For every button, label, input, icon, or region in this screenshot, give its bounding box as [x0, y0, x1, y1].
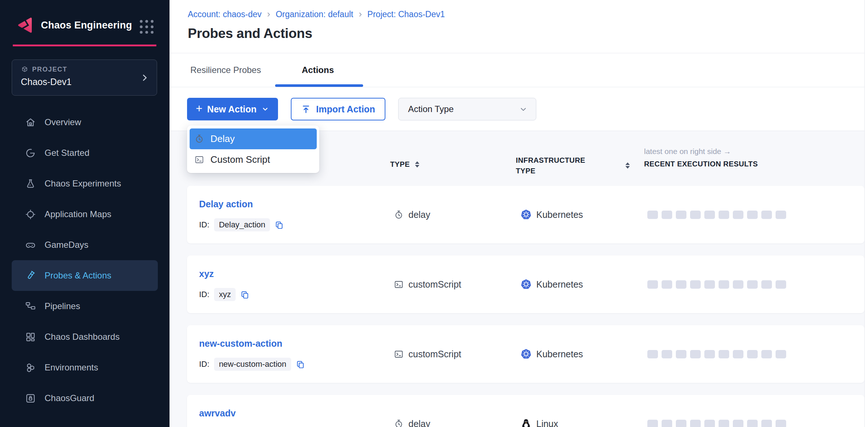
main-content: Account: chaos-dev›Organization: default… [170, 0, 868, 427]
new-action-button[interactable]: + New Action [187, 98, 278, 120]
execution-result-placeholder [733, 211, 743, 219]
menu-item-custom-script[interactable]: Custom Script [190, 149, 317, 170]
scrollbar-track[interactable] [864, 0, 868, 427]
page-title: Probes and Actions [188, 26, 312, 41]
menu-item-label: Delay [210, 133, 235, 145]
chevron-down-icon [519, 105, 528, 114]
execution-result-placeholder [690, 280, 701, 289]
execution-result-placeholder [719, 211, 729, 219]
sidebar-nav: OverviewGet StartedChaos ExperimentsAppl… [0, 107, 170, 413]
sidebar-item-label: Environments [45, 362, 98, 373]
execution-result-placeholder [676, 280, 686, 289]
project-cube-icon [21, 66, 28, 73]
table-row: xyzID:xyzcustomScriptKubernetes [187, 255, 864, 313]
column-header-recent-execution-results: latest one on right side → RECENT EXECUT… [644, 147, 758, 168]
sidebar-item-label: Chaos Dashboards [45, 332, 119, 342]
sidebar-item-environments[interactable]: Environments [12, 352, 158, 383]
execution-result-placeholder [690, 211, 701, 219]
execution-result-placeholder [704, 280, 715, 289]
action-name-cell: new-custom-actionID:new-custom-action [199, 325, 305, 383]
execution-result-placeholder [733, 420, 743, 427]
action-type-value: delay [408, 209, 430, 220]
action-type-value: customScript [408, 349, 461, 359]
sidebar-item-overview[interactable]: Overview [12, 107, 158, 138]
breadcrumb-link[interactable]: Project: Chaos-Dev1 [368, 9, 445, 19]
copy-icon[interactable] [296, 360, 305, 369]
infrastructure-type-value: Linux [536, 419, 558, 427]
action-type-select[interactable]: Action Type [398, 98, 536, 120]
menu-item-delay[interactable]: Delay [190, 128, 317, 149]
flask-icon [25, 178, 36, 189]
test-tube-icon [25, 270, 36, 281]
stopwatch-icon [394, 419, 404, 427]
tab-actions[interactable]: Actions [302, 53, 334, 87]
execution-result-placeholder [776, 280, 786, 289]
infrastructure-type-value: Kubernetes [536, 209, 583, 220]
action-type-cell: customScript [394, 255, 461, 313]
breadcrumb-separator: › [267, 9, 270, 20]
execution-result-placeholder [719, 280, 729, 289]
infrastructure-header-label: INFRASTRUCTURE TYPE [516, 156, 585, 175]
execution-result-placeholder [747, 211, 758, 219]
app-title: Chaos Engineering [41, 20, 132, 31]
kubernetes-icon [521, 279, 532, 290]
execution-result-placeholder [747, 280, 758, 289]
action-id-value: Delay_action [214, 218, 270, 231]
execution-result-placeholder [676, 420, 686, 427]
execution-result-placeholder [761, 420, 772, 427]
execution-result-placeholder [761, 280, 772, 289]
infrastructure-type-value: Kubernetes [536, 349, 583, 359]
recent-execution-results-cell [647, 325, 786, 383]
action-id-row: ID:new-custom-action [199, 358, 305, 371]
import-action-label: Import Action [316, 104, 375, 115]
execution-result-placeholder [704, 211, 715, 219]
action-name-link[interactable]: new-custom-action [199, 338, 305, 349]
sort-icon[interactable] [415, 161, 419, 168]
sidebar: Chaos Engineering PROJECT Chaos-Dev1 Ove… [0, 0, 170, 427]
sidebar-item-pipelines[interactable]: Pipelines [12, 291, 158, 322]
execution-result-placeholder [704, 420, 715, 427]
chaos-engineering-logo-icon[interactable] [15, 15, 35, 35]
sidebar-item-get-started[interactable]: Get Started [12, 138, 158, 168]
tab-resilience-probes[interactable]: Resilience Probes [190, 53, 261, 87]
sidebar-item-probes-actions[interactable]: Probes & Actions [12, 260, 158, 291]
copy-icon[interactable] [275, 220, 284, 230]
sidebar-item-chaosguard[interactable]: ChaosGuard [12, 383, 158, 413]
sidebar-item-chaos-experiments[interactable]: Chaos Experiments [12, 168, 158, 199]
execution-result-placeholder [719, 350, 729, 358]
project-label: PROJECT [32, 66, 67, 73]
sidebar-item-label: ChaosGuard [45, 393, 94, 403]
execution-result-placeholder [662, 420, 672, 427]
sidebar-item-application-maps[interactable]: Application Maps [12, 199, 158, 230]
infrastructure-type-cell: Linux [521, 395, 558, 427]
execution-result-placeholder [747, 350, 758, 358]
sort-icon[interactable] [625, 162, 630, 169]
results-header-label: RECENT EXECUTION RESULTS [644, 160, 758, 168]
apps-grid-icon[interactable] [138, 18, 153, 34]
terminal-icon [194, 155, 204, 165]
breadcrumb-link[interactable]: Organization: default [276, 9, 353, 19]
project-selector[interactable]: PROJECT Chaos-Dev1 [12, 59, 157, 96]
infrastructure-type-value: Kubernetes [536, 279, 583, 290]
brand-accent-divider [13, 45, 156, 46]
new-action-label: New Action [207, 104, 256, 115]
column-header-infrastructure-type[interactable]: INFRASTRUCTURE TYPE [516, 155, 602, 176]
sidebar-item-label: Chaos Experiments [45, 178, 121, 189]
copy-icon[interactable] [240, 290, 250, 299]
action-name-link[interactable]: Delay action [199, 199, 284, 209]
action-type-value: customScript [408, 279, 461, 290]
sidebar-item-label: Probes & Actions [45, 270, 111, 281]
execution-result-placeholder [719, 420, 729, 427]
sidebar-item-chaos-dashboards[interactable]: Chaos Dashboards [12, 322, 158, 352]
import-action-button[interactable]: Import Action [291, 98, 385, 120]
action-name-link[interactable]: xyz [199, 269, 250, 279]
action-id-label: ID: [199, 359, 209, 369]
column-header-type[interactable]: TYPE [390, 160, 419, 169]
action-name-link[interactable]: awrvadv [199, 408, 236, 419]
execution-result-placeholder [747, 420, 758, 427]
sidebar-item-gamedays[interactable]: GameDays [12, 230, 158, 260]
plus-icon: + [196, 103, 202, 114]
project-name: Chaos-Dev1 [21, 77, 148, 87]
breadcrumb-link[interactable]: Account: chaos-dev [188, 9, 262, 19]
action-type-cell: delay [394, 395, 430, 427]
